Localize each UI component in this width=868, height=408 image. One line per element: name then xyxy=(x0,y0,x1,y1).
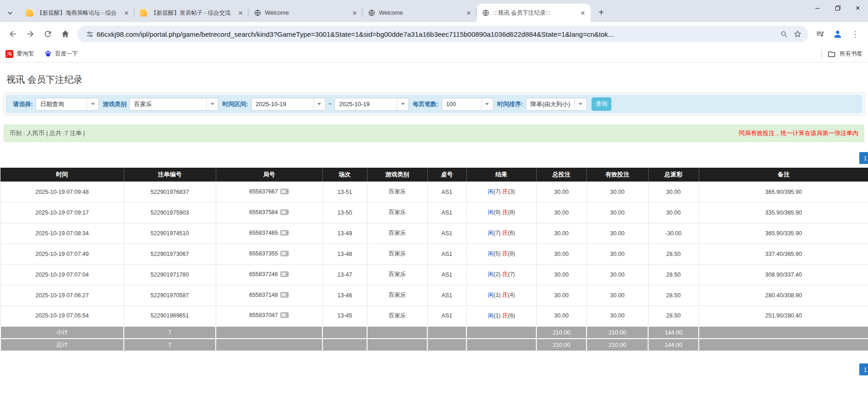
media-controls-icon xyxy=(816,29,825,39)
tab-close-icon[interactable]: ✕ xyxy=(351,9,359,17)
search-button[interactable]: 查询 xyxy=(592,97,611,111)
game-type-label: 游戏类别 xyxy=(103,100,126,108)
footer-label: 总计 xyxy=(0,339,124,351)
forum-favicon xyxy=(140,9,147,17)
tab-close-icon[interactable]: ✕ xyxy=(236,9,245,17)
page-size-select[interactable]: 100 xyxy=(442,98,494,111)
browser-tab-active-betrecord[interactable]: :::视讯 会员下注纪录::: ✕ xyxy=(477,4,591,22)
bookmark-label: 爱淘宝 xyxy=(17,50,34,58)
cell-table-no: AS1 xyxy=(427,181,466,202)
media-controls-button[interactable] xyxy=(812,26,828,42)
result-banker-value: (6) xyxy=(508,312,515,319)
bookmark-baidu[interactable]: 百度一下 xyxy=(44,50,78,59)
page-number-button[interactable]: 1 xyxy=(859,363,868,375)
cell-total-bet[interactable]: 30.00 xyxy=(536,181,586,202)
cell-round: 655837465 xyxy=(216,223,322,244)
browser-tab-welcome-1[interactable]: Welcome ✕ xyxy=(248,4,362,22)
tab-search-button[interactable] xyxy=(0,4,20,22)
tab-close-icon[interactable]: ✕ xyxy=(579,9,587,17)
cell-valid-bet: 30.00 xyxy=(586,181,648,202)
cell-total-bet[interactable]: 30.00 xyxy=(536,202,586,223)
cell-total-bet[interactable]: 30.00 xyxy=(536,264,586,285)
window-restore-button[interactable] xyxy=(828,0,848,16)
window-controls: ─ ✕ xyxy=(807,0,868,16)
tab-title: 【新提醒】海燕策略论坛 - 综合 xyxy=(37,9,119,17)
cell-game-type: 百家乐 xyxy=(367,285,427,306)
header-time: 时间 xyxy=(0,168,124,181)
profile-button[interactable] xyxy=(829,26,846,42)
cell-bet-id: 522901975903 xyxy=(124,202,216,223)
reload-button[interactable] xyxy=(40,26,56,42)
browser-tab-forum-2[interactable]: 【新提醒】发表帖子 - 综合交流 ✕ xyxy=(134,4,248,22)
footer-cell xyxy=(699,326,868,339)
query-type-select[interactable]: 日期查询 xyxy=(35,98,99,111)
restore-icon xyxy=(835,6,840,11)
globe-favicon xyxy=(368,9,375,17)
zoom-icon[interactable] xyxy=(777,27,791,41)
video-replay-icon[interactable] xyxy=(280,271,289,279)
page-size-value: 100 xyxy=(442,101,481,108)
cell-total-bet[interactable]: 30.00 xyxy=(536,285,586,306)
globe-favicon xyxy=(482,9,489,17)
cell-game-type: 百家乐 xyxy=(367,223,427,244)
video-replay-icon[interactable] xyxy=(280,312,289,320)
result-player-value: (1) xyxy=(494,312,502,319)
cell-table-no: AS1 xyxy=(427,264,466,285)
cell-valid-bet: 30.00 xyxy=(586,264,648,285)
tab-close-icon[interactable]: ✕ xyxy=(122,9,131,17)
forward-icon xyxy=(26,29,35,39)
cell-total-bet[interactable]: 30.00 xyxy=(536,244,586,264)
new-tab-button[interactable]: + xyxy=(594,6,608,19)
date-to-select[interactable]: 2025-10-19 xyxy=(334,98,409,111)
url-text[interactable]: 66cxkj98.com/ipl/portal.php/game/betreco… xyxy=(97,30,777,38)
pagination-top: 1 xyxy=(0,152,868,164)
video-replay-icon[interactable] xyxy=(280,291,289,300)
cell-round: 655837148 xyxy=(216,285,322,306)
page-number-button[interactable]: 1 xyxy=(859,152,868,164)
home-button[interactable] xyxy=(57,26,74,42)
table-row: 2025-10-19 07:08:34522901974510655837465… xyxy=(0,223,868,244)
video-replay-icon[interactable] xyxy=(280,250,289,258)
cell-session: 13-51 xyxy=(322,181,367,202)
date-from-select[interactable]: 2025-10-19 xyxy=(251,98,326,111)
bookmarks-bar: 淘 爱淘宝 百度一下 所有书签 xyxy=(0,46,868,62)
browser-tab-forum-1[interactable]: 【新提醒】海燕策略论坛 - 综合 ✕ xyxy=(20,4,134,22)
all-bookmarks-button[interactable]: 所有书签 xyxy=(828,50,862,58)
cell-game-type: 百家乐 xyxy=(367,264,427,285)
back-icon xyxy=(8,29,17,39)
cell-result: 闲(7) 庄(6) xyxy=(466,223,536,244)
site-settings-icon[interactable] xyxy=(83,27,97,41)
cell-bet-id: 522901971780 xyxy=(124,264,216,285)
window-minimize-button[interactable]: ─ xyxy=(807,0,828,16)
bookmark-taobao[interactable]: 淘 爱淘宝 xyxy=(6,50,34,58)
back-button[interactable] xyxy=(5,26,21,42)
video-replay-icon[interactable] xyxy=(280,209,289,217)
chevron-down-icon xyxy=(206,98,218,110)
game-type-select[interactable]: 百家乐 xyxy=(129,98,218,111)
sort-order-select[interactable]: 降幂(由大到小) xyxy=(526,98,587,111)
video-replay-icon[interactable] xyxy=(280,229,289,238)
window-close-button[interactable]: ✕ xyxy=(848,0,868,16)
table-body: 2025-10-19 07:09:48522901976837655837667… xyxy=(0,181,868,351)
sort-order-value: 降幂(由大到小) xyxy=(526,100,575,108)
tab-close-icon[interactable]: ✕ xyxy=(465,9,473,17)
browser-tab-welcome-2[interactable]: Welcome ✕ xyxy=(362,4,477,22)
bookmark-star-icon[interactable] xyxy=(791,27,805,41)
browser-menu-button[interactable]: ⋮ xyxy=(847,26,863,42)
page-size-label: 每页笔数: xyxy=(413,100,438,108)
result-player-value: (7) xyxy=(494,230,502,236)
cell-total-bet[interactable]: 30.00 xyxy=(536,223,586,244)
header-total-bet: 总投注 xyxy=(536,168,586,181)
table-header-row: 时间 注单编号 局号 场次 游戏类别 桌号 结果 总投注 有效投注 总派彩 备注 xyxy=(0,168,868,181)
video-replay-icon[interactable] xyxy=(280,188,289,196)
subtotal-row: 小计7210.00210.00144.00 xyxy=(0,326,868,339)
cell-total-bet[interactable]: 30.00 xyxy=(536,306,586,326)
cell-session: 13-45 xyxy=(322,306,367,326)
header-bet-id: 注单编号 xyxy=(124,168,216,181)
query-type-label: 请选择: xyxy=(13,100,33,108)
result-banker-label: 庄 xyxy=(502,209,508,215)
cell-table-no: AS1 xyxy=(427,306,466,326)
address-bar[interactable]: 66cxkj98.com/ipl/portal.php/game/betreco… xyxy=(77,26,808,42)
forward-button[interactable] xyxy=(22,26,39,42)
tab-title: :::视讯 会员下注纪录::: xyxy=(493,9,575,17)
